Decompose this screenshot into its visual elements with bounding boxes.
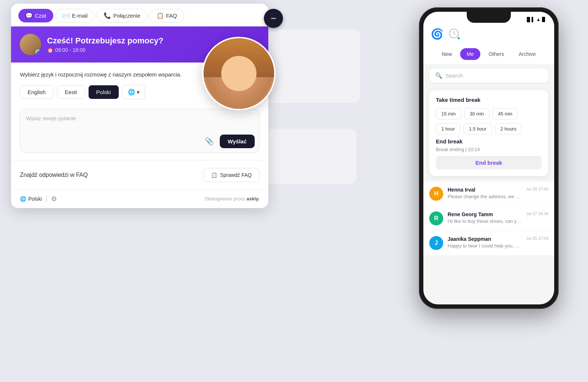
conv-item-henna[interactable]: H Henna Irval Please change the address,… (423, 182, 554, 206)
end-break-btn-container: End break (436, 156, 542, 169)
conversation-list: H Henna Irval Please change the address,… (423, 180, 554, 257)
break-1-5hour[interactable]: 1.5 hour (463, 123, 492, 135)
conv-name-rene: Rene Georg Tamm (448, 211, 522, 217)
agent-greeting: Cześć! Potrzebujesz pomocy? (47, 36, 164, 46)
search-placeholder-text: Search (445, 72, 463, 79)
footer-divider: | (46, 195, 47, 203)
lang-btn-eesti[interactable]: Eesti (57, 85, 85, 99)
tab-chat[interactable]: 💬 Czat (18, 9, 53, 22)
send-button[interactable]: Wyślać (220, 135, 255, 148)
settings-icon[interactable]: ⚙ (51, 195, 57, 203)
phone-frame: ▐▌▌ ▲ ▉ 🌀 N (419, 7, 559, 309)
wifi-icon: ▲ (536, 17, 541, 22)
search-section: 🔍 Search (423, 65, 554, 86)
check-faq-button[interactable]: 📋 Sprawdź FAQ (203, 168, 259, 182)
paperclip-icon: 📎 (205, 137, 214, 146)
end-break-button[interactable]: End break (476, 160, 502, 166)
clock-icon[interactable] (449, 28, 460, 40)
conv-avatar-jaanika: J (429, 236, 443, 250)
online-indicator (36, 50, 40, 54)
break-options: 15 min 30 min 45 min (436, 108, 542, 119)
signal-icon: ▐▌▌ (526, 17, 535, 22)
conv-item-jaanika[interactable]: J Jaanika Seppman Happy to hear I could … (423, 231, 554, 255)
nav-new[interactable]: New (435, 48, 459, 60)
message-input-section: Wpisz swoje pytanie 📎 Wyślać (11, 105, 268, 160)
nav-others[interactable]: Others (482, 48, 510, 60)
footer-language[interactable]: 🌐 Polski (20, 196, 42, 202)
break-options-row2: 1 hour 1.5 hour 2 hours (436, 123, 542, 135)
conv-time-rene: Jul 27 16:34 (526, 211, 548, 216)
agent-avatar (20, 34, 41, 55)
break-2hours[interactable]: 2 hours (495, 123, 522, 135)
app-header: 🌀 (423, 24, 554, 45)
call-tab-icon: 📞 (104, 12, 111, 19)
break-15min[interactable]: 15 min (436, 108, 461, 119)
clock-status-dot (457, 36, 460, 40)
conv-content-rene: Rene Georg Tamm I'd like to buy these sh… (448, 211, 522, 224)
faq-section: Znajdź odpowiedzi w FAQ 📋 Sprawdź FAQ (11, 160, 268, 189)
conv-preview-jaanika: Happy to hear I could help you. Thank yo… (448, 243, 522, 249)
chat-tab-bar: 💬 Czat ✉️ E-mail 📞 Połączenie 📋 FAQ (11, 4, 268, 26)
break-card: Take timed break 15 min 30 min 45 min 1 … (429, 90, 548, 176)
svg-line-2 (454, 33, 455, 35)
conv-avatar-henna: H (429, 187, 443, 201)
faq-tab-icon: 📋 (157, 12, 164, 19)
lang-more-button[interactable]: 🌐 ▾ (122, 85, 145, 99)
conv-content-henna: Henna Irval Please change the address, w… (448, 187, 522, 199)
email-tab-icon: ✉️ (62, 12, 70, 19)
break-30min[interactable]: 30 min (464, 108, 490, 119)
conv-name-jaanika: Jaanika Seppman (448, 236, 522, 242)
tab-faq[interactable]: 📋 FAQ (150, 9, 184, 22)
conv-time-henna: Jul 28 17:50 (526, 187, 548, 191)
conv-name-henna: Henna Irval (448, 187, 522, 193)
end-break-title: End break (436, 138, 542, 144)
phone-notch (467, 12, 511, 23)
message-input-box[interactable]: Wpisz swoje pytanie 📎 Wyślać (20, 109, 259, 153)
nav-archive[interactable]: Archive (512, 48, 542, 60)
search-box[interactable]: 🔍 Search (429, 68, 548, 83)
break-ending-text: Break ending | 10:14 (436, 147, 542, 152)
conv-preview-rene: I'd like to buy these shoes, can you del… (448, 218, 522, 224)
message-actions: 📎 Wyślać (203, 135, 255, 148)
conv-content-jaanika: Jaanika Seppman Happy to hear I could he… (448, 236, 522, 249)
globe-footer-icon: 🌐 (20, 196, 26, 202)
lang-btn-polski[interactable]: Polski (89, 85, 119, 99)
nav-me[interactable]: Me (460, 48, 480, 60)
status-icons: ▐▌▌ ▲ ▉ (526, 17, 545, 22)
app-nav: New Me Others Archive (423, 45, 554, 65)
break-45min[interactable]: 45 min (492, 108, 518, 119)
conv-preview-henna: Please change the address, we have moved… (448, 194, 522, 199)
chat-footer: 🌐 Polski | ⚙ Obsługiwane przez askly. (11, 189, 268, 208)
faq-btn-icon: 📋 (211, 172, 217, 178)
end-break-section: End break Break ending | 10:14 End break (436, 138, 542, 169)
conv-item-rene[interactable]: R Rene Georg Tamm I'd like to buy these … (423, 206, 554, 231)
chat-tab-icon: 💬 (25, 12, 33, 19)
search-icon: 🔍 (435, 72, 442, 79)
lang-btn-english[interactable]: English (20, 85, 53, 99)
battery-icon: ▉ (542, 17, 545, 22)
conv-time-jaanika: Jul 25 17:54 (526, 236, 548, 240)
agent-hours: ⏰ 09:00 - 18:00 (47, 47, 164, 53)
chevron-down-icon: ▾ (137, 89, 140, 96)
agent-photo (202, 37, 276, 110)
break-1hour[interactable]: 1 hour (436, 123, 460, 135)
phone-screen: ▐▌▌ ▲ ▉ 🌀 N (423, 12, 554, 304)
tab-email[interactable]: ✉️ E-mail (55, 9, 95, 22)
minimize-button[interactable]: − (264, 9, 283, 28)
faq-label: Znajdź odpowiedzi w FAQ (20, 172, 88, 178)
message-placeholder: Wpisz swoje pytanie (26, 115, 76, 121)
app-logo-icon: 🌀 (431, 28, 444, 40)
agent-info: Cześć! Potrzebujesz pomocy? ⏰ 09:00 - 18… (47, 36, 164, 53)
phone-mockup: ▐▌▌ ▲ ▉ 🌀 N (419, 7, 559, 309)
break-card-title: Take timed break (436, 97, 542, 103)
tab-call[interactable]: 📞 Połączenie (97, 9, 147, 22)
powered-by: Obsługiwane przez askly. (205, 196, 259, 201)
globe-icon: 🌐 (128, 89, 135, 96)
attach-button[interactable]: 📎 (203, 135, 216, 148)
conv-avatar-rene: R (429, 211, 443, 225)
